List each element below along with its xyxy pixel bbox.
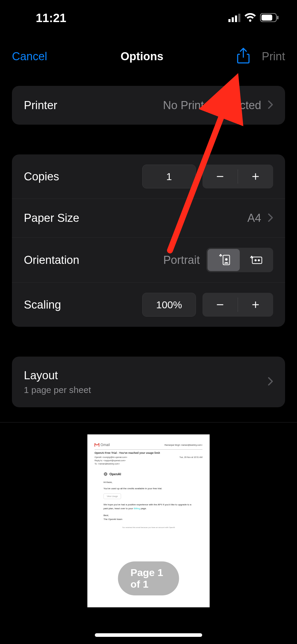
status-right <box>228 11 279 25</box>
preview-from-name: Ramanpal Singh <raman@kwebby.com> <box>165 444 202 446</box>
chevron-right-icon <box>268 377 273 387</box>
print-button[interactable]: Print <box>262 50 285 63</box>
layout-row[interactable]: Layout 1 page per sheet <box>12 357 285 407</box>
copies-decrement-button[interactable] <box>202 165 238 188</box>
orientation-label: Orientation <box>24 254 79 267</box>
printer-label: Printer <box>24 99 57 112</box>
paper-size-label: Paper Size <box>24 212 79 225</box>
scaling-increment-button[interactable] <box>238 293 273 317</box>
layout-sub: 1 page per sheet <box>24 385 91 395</box>
svg-point-20 <box>104 473 107 476</box>
share-icon[interactable] <box>237 48 250 65</box>
copies-label: Copies <box>24 170 59 183</box>
chevron-right-icon <box>268 213 273 223</box>
preview-meta-reply: Reply to: <support@openai.com> <box>95 459 127 462</box>
page-preview[interactable]: Gmail Ramanpal Singh <raman@kwebby.com> … <box>87 434 210 607</box>
printer-value: No Printer Selected <box>163 99 262 112</box>
status-time: 11:21 <box>36 11 66 25</box>
cancel-button[interactable]: Cancel <box>12 50 47 63</box>
orientation-value: Portrait <box>163 254 200 267</box>
orientation-landscape-button[interactable] <box>240 249 272 271</box>
preview-best: Best, <box>103 513 194 517</box>
orientation-row: Orientation Portrait <box>12 237 285 282</box>
settings-card: Copies 1 Paper Size A4 <box>12 154 285 327</box>
chevron-right-icon <box>268 100 273 110</box>
scaling-decrement-button[interactable] <box>202 293 238 317</box>
svg-point-13 <box>255 259 257 261</box>
nav-bar: Cancel Options Print <box>0 36 297 80</box>
cellular-icon <box>228 11 240 25</box>
gmail-logo: Gmail <box>95 443 110 447</box>
svg-rect-1 <box>232 17 234 22</box>
page-badge: Page 1 of 1 <box>118 561 179 595</box>
svg-rect-7 <box>217 176 223 177</box>
svg-rect-5 <box>262 15 272 21</box>
svg-rect-19 <box>99 443 99 447</box>
orientation-portrait-button[interactable] <box>208 249 240 271</box>
layout-card: Layout 1 page per sheet <box>12 357 285 407</box>
svg-rect-6 <box>277 16 279 19</box>
copies-stepper <box>202 165 273 188</box>
preview-view-usage: View Usage <box>103 493 121 499</box>
scaling-stepper <box>202 293 273 317</box>
preview-meta-to: To: <raman@kwebby.com> <box>95 462 127 465</box>
svg-rect-15 <box>217 304 223 305</box>
preview-hi: Hi there, <box>103 480 194 484</box>
svg-rect-0 <box>228 19 231 22</box>
status-bar: 11:21 <box>0 0 297 36</box>
svg-rect-12 <box>252 257 262 264</box>
scaling-value-box[interactable]: 100% <box>142 293 196 317</box>
svg-rect-2 <box>235 16 237 22</box>
preview-meta-from: OpenAI <noreply@tm.openai.com> <box>95 456 127 459</box>
preview-line1: You've used up all the credits available… <box>103 487 194 490</box>
printer-row[interactable]: Printer No Printer Selected <box>12 86 285 125</box>
printer-card: Printer No Printer Selected <box>12 86 285 125</box>
layout-label: Layout <box>24 369 91 382</box>
svg-point-11 <box>225 258 228 261</box>
svg-rect-3 <box>238 14 240 22</box>
preview-subject: OpenAI Free Trial - You've reached your … <box>95 451 202 454</box>
preview-footer: You received this email because you have… <box>95 527 202 528</box>
svg-rect-18 <box>95 443 95 447</box>
paper-size-row[interactable]: Paper Size A4 <box>12 199 285 237</box>
preview-line2: We hope you've had a positive experience… <box>103 503 194 510</box>
battery-icon <box>260 11 279 25</box>
copies-increment-button[interactable] <box>238 165 273 188</box>
preview-team: The OpenAI team <box>103 517 194 521</box>
page-title: Options <box>120 50 163 63</box>
svg-point-14 <box>258 259 260 261</box>
openai-logo: OpenAI <box>103 472 202 476</box>
scaling-row: Scaling 100% <box>12 282 285 327</box>
preview-area: Gmail Ramanpal Singh <raman@kwebby.com> … <box>0 422 297 644</box>
svg-rect-9 <box>255 173 256 180</box>
orientation-segmented <box>206 248 273 272</box>
copies-row: Copies 1 <box>12 154 285 199</box>
scaling-label: Scaling <box>24 298 61 311</box>
paper-size-value: A4 <box>248 212 261 225</box>
copies-value-box[interactable]: 1 <box>142 165 196 188</box>
preview-meta-date: Tue, 28 Nov at 10:51 AM <box>180 456 202 465</box>
home-indicator <box>95 633 202 637</box>
svg-rect-17 <box>255 301 256 308</box>
wifi-icon <box>244 11 256 25</box>
